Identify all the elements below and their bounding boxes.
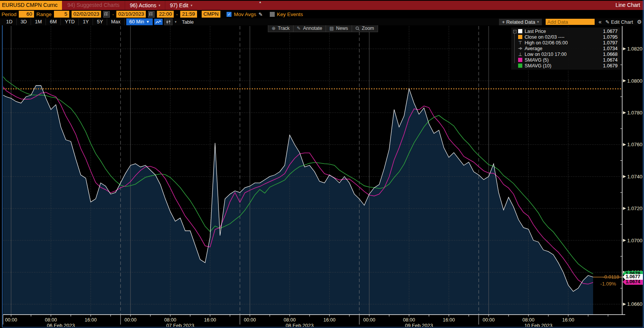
edit-chart-button[interactable]: ✎ Edit Chart bbox=[605, 19, 633, 25]
collapse-panel-icon[interactable]: « bbox=[598, 19, 602, 25]
legend-swatch-icon: ⊥ bbox=[518, 52, 522, 56]
key-events-checkbox[interactable] bbox=[270, 12, 275, 17]
time-to-input[interactable]: 21:59 bbox=[180, 11, 197, 18]
legend-value: 1.0679 bbox=[603, 63, 618, 69]
annotate-pencil-icon: ✎ bbox=[297, 26, 301, 31]
calendar-icon[interactable] bbox=[103, 11, 110, 18]
legend-swatch-icon bbox=[518, 29, 522, 33]
panel-grip-icon[interactable]: ▲ bbox=[259, 0, 262, 4]
svg-text:1.0800: 1.0800 bbox=[627, 78, 642, 84]
add-data-input[interactable] bbox=[546, 19, 595, 25]
menu-suggested-charts[interactable]: 94) Suggested Charts bbox=[62, 1, 125, 10]
svg-text:1.0700: 1.0700 bbox=[627, 238, 642, 243]
candlestick-icon bbox=[166, 20, 171, 24]
range-label: Range bbox=[36, 11, 52, 17]
svg-text:1.0660: 1.0660 bbox=[627, 301, 642, 307]
date-to-input[interactable]: 02/10/2023 bbox=[116, 11, 146, 18]
related-data-button[interactable]: + Related Data ▾ bbox=[499, 19, 542, 25]
track-button[interactable]: ⊕ Track bbox=[268, 24, 293, 32]
svg-text:16:00: 16:00 bbox=[443, 317, 455, 323]
legend-item-4[interactable]: ⊥Low on 02/10 17:001.0668 bbox=[512, 51, 618, 57]
table-button[interactable]: Table bbox=[182, 19, 194, 25]
legend-item-3[interactable]: Average1.0734 bbox=[512, 46, 618, 51]
edit-label: 97) Edit bbox=[170, 1, 188, 10]
news-button[interactable]: ▤ News bbox=[326, 24, 352, 32]
chevron-down-icon: ▾ bbox=[158, 1, 160, 10]
chart-type-caret-icon[interactable]: ▾ bbox=[175, 20, 177, 24]
legend-item-0[interactable]: −Last Price1.0677 bbox=[512, 28, 618, 34]
svg-text:08:00: 08:00 bbox=[403, 317, 415, 323]
svg-text:00:00: 00:00 bbox=[363, 317, 375, 323]
mov-avgs-checkbox[interactable]: ✓ bbox=[227, 12, 232, 17]
x-axis-labels: 00:0008:0016:0006 Feb 202300:0008:0016:0… bbox=[5, 317, 574, 328]
chart-toolbar-row: 1D3D1M6MYTD1Y5YMax 60 Min ▼ ▾ Table + Re… bbox=[0, 18, 644, 25]
time-dash: - bbox=[176, 11, 178, 17]
zoom-button[interactable]: Zoom bbox=[352, 24, 378, 32]
legend-value: 1.0795 bbox=[603, 34, 618, 40]
calendar-icon[interactable] bbox=[148, 11, 155, 18]
legend-label: SMAVG (10) bbox=[525, 63, 551, 69]
svg-text:00:00: 00:00 bbox=[483, 317, 494, 323]
source-select[interactable]: CMPN bbox=[202, 11, 221, 18]
period-input[interactable]: 60 bbox=[19, 11, 34, 18]
date-from-input[interactable]: 02/02/2023 bbox=[72, 11, 101, 18]
range-tabs: 1D3D1M6MYTD1Y5YMax bbox=[2, 18, 125, 25]
period-label: Period bbox=[2, 11, 16, 17]
svg-text:08:00: 08:00 bbox=[522, 317, 534, 323]
track-crosshair-icon: ⊕ bbox=[272, 26, 276, 31]
range-tab-3d[interactable]: 3D bbox=[17, 18, 31, 25]
range-tab-6m[interactable]: 6M bbox=[46, 18, 61, 25]
svg-text:16:00: 16:00 bbox=[323, 317, 335, 323]
magnifier-icon bbox=[355, 26, 360, 31]
gear-icon[interactable]: ⚙ bbox=[637, 19, 642, 25]
time-from-input[interactable]: 22:00 bbox=[157, 11, 174, 18]
range-tab-max[interactable]: Max bbox=[107, 18, 125, 25]
title-bar: EURUSD CMPN Curnc 94) Suggested Charts 9… bbox=[0, 0, 644, 10]
range-input[interactable]: 5 bbox=[54, 11, 69, 18]
svg-text:16:00: 16:00 bbox=[85, 317, 96, 323]
svg-text:00:00: 00:00 bbox=[124, 317, 136, 323]
range-tab-1d[interactable]: 1D bbox=[2, 18, 17, 25]
menu-actions[interactable]: 96) Actions ▾ bbox=[125, 1, 165, 10]
legend-swatch-icon bbox=[518, 58, 522, 62]
svg-text:08:00: 08:00 bbox=[164, 317, 176, 323]
panel-border-left bbox=[2, 25, 3, 327]
net-change-value: -0.0118 bbox=[603, 274, 619, 280]
legend-value: 1.0674 bbox=[603, 57, 618, 63]
toolbar-right-group: + Related Data ▾ « ✎ Edit Chart ⚙ bbox=[499, 19, 644, 25]
svg-text:00:00: 00:00 bbox=[5, 317, 17, 323]
chevron-down-icon: ▾ bbox=[537, 20, 539, 24]
legend-value: 1.0677 bbox=[603, 29, 618, 34]
line-chart-type-button[interactable] bbox=[154, 19, 163, 25]
news-icon: ▤ bbox=[329, 26, 334, 31]
range-tab-ytd[interactable]: YTD bbox=[61, 18, 79, 25]
price-badge: 1.0674 bbox=[623, 279, 643, 285]
legend-value: 1.0797 bbox=[603, 40, 618, 46]
legend-swatch-icon bbox=[518, 64, 522, 68]
candle-chart-type-button[interactable] bbox=[164, 18, 173, 25]
svg-text:1.0780: 1.0780 bbox=[627, 110, 642, 116]
pct-change-value: -1.09% bbox=[600, 281, 616, 287]
actions-label: 96) Actions bbox=[130, 1, 156, 10]
line-chart-icon bbox=[155, 20, 161, 24]
legend-item-2[interactable]: ⊤High on 02/06 05:001.0797 bbox=[512, 40, 618, 46]
legend-item-5[interactable]: SMAVG (5)1.0674 bbox=[512, 57, 618, 63]
annotate-button[interactable]: ✎ Annotate bbox=[293, 24, 326, 32]
legend-swatch-icon bbox=[518, 46, 522, 51]
key-events-label: Key Events bbox=[277, 11, 303, 17]
svg-text:1.0760: 1.0760 bbox=[627, 142, 642, 147]
edit-mov-avgs-icon[interactable]: ✎ bbox=[259, 11, 263, 17]
legend-value: 1.0734 bbox=[603, 46, 618, 51]
legend-item-6[interactable]: SMAVG (10)1.0679 bbox=[512, 63, 618, 69]
legend-item-1[interactable]: Close on 02/03 ----1.0795 bbox=[512, 34, 618, 40]
y-axis-labels: 1.06601.06801.07001.07201.07401.07601.07… bbox=[620, 46, 642, 307]
range-tab-1y[interactable]: 1Y bbox=[79, 18, 93, 25]
ticker-input[interactable]: EURUSD CMPN Curnc bbox=[0, 1, 62, 10]
chevron-down-icon: ▾ bbox=[191, 1, 192, 10]
legend-label: Low on 02/10 17:00 bbox=[525, 52, 567, 57]
legend-collapse-icon[interactable]: − bbox=[512, 29, 517, 33]
menu-edit[interactable]: 97) Edit ▾ bbox=[165, 1, 197, 10]
range-tab-5y[interactable]: 5Y bbox=[93, 18, 107, 25]
range-tab-1m[interactable]: 1M bbox=[31, 18, 46, 25]
interval-select[interactable]: 60 Min ▼ bbox=[126, 18, 153, 25]
